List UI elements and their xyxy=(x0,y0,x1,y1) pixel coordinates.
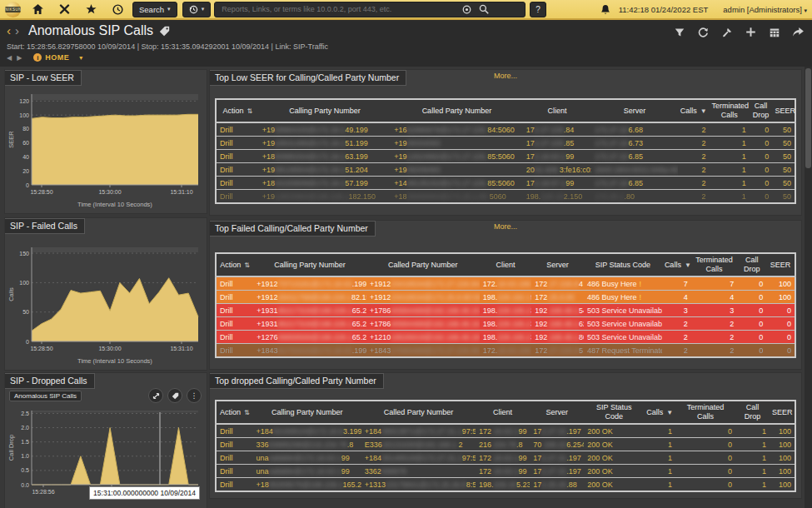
search-options-icon[interactable] xyxy=(462,5,471,14)
drill-link[interactable]: Drill xyxy=(220,346,233,355)
column-header-call-drop[interactable]: Call Drop xyxy=(750,99,773,122)
svg-text:120: 120 xyxy=(19,98,29,104)
drill-link[interactable]: Drill xyxy=(220,441,233,449)
cell-text: 3.199 xyxy=(343,427,361,436)
column-header-server[interactable]: Server xyxy=(531,253,584,276)
add-icon[interactable] xyxy=(745,27,756,37)
column-header-seer[interactable]: SEER xyxy=(766,253,795,276)
tag-icon[interactable] xyxy=(159,26,170,37)
forward-chevron[interactable]: › xyxy=(15,23,19,38)
svg-text:SEER: SEER xyxy=(7,131,15,148)
drill-link[interactable]: Drill xyxy=(220,166,233,174)
home-icon[interactable] xyxy=(27,2,47,16)
column-header-seer[interactable]: SEER xyxy=(770,401,795,424)
drill-link[interactable]: Drill xyxy=(220,333,233,341)
pin-icon[interactable] xyxy=(722,27,732,37)
column-header-calls[interactable]: Calls▼ xyxy=(678,99,710,122)
column-header-terminated-calls[interactable]: Terminated Calls xyxy=(675,401,735,424)
search-history-button[interactable]: ▾ xyxy=(182,2,212,17)
drill-link[interactable]: Drill xyxy=(220,320,233,328)
drill-link[interactable]: Drill xyxy=(220,179,233,187)
user-name: admin [Administrators] xyxy=(723,5,802,14)
calendar-icon[interactable] xyxy=(770,27,780,37)
drill-link[interactable]: Drill xyxy=(220,306,233,315)
drill-link[interactable]: Drill xyxy=(220,126,233,134)
column-header-client[interactable]: Client xyxy=(476,401,530,424)
clock-icon[interactable] xyxy=(107,2,127,16)
scrollbar[interactable] xyxy=(805,67,812,508)
column-header-sip-status-code[interactable]: SIP Status Code xyxy=(584,253,662,276)
column-header-call-drop[interactable]: Call Drop xyxy=(735,401,770,424)
drill-link[interactable]: Drill xyxy=(220,481,233,489)
drill-link[interactable]: Drill xyxy=(220,293,233,301)
redacted-text: 02169524@172.18.6 xyxy=(273,427,343,436)
column-header-action[interactable]: Action⇅ xyxy=(216,401,253,424)
dropped-calls-table: Action⇅Calling Party NumberCalled Party … xyxy=(215,400,796,492)
svg-text:1.0: 1.0 xyxy=(21,453,29,459)
column-header-server[interactable]: Server xyxy=(591,99,677,122)
redacted-text: 08206083 xyxy=(406,166,440,174)
drill-link[interactable]: Drill xyxy=(220,454,233,462)
filter-icon[interactable] xyxy=(675,27,685,37)
column-header-called-party-number[interactable]: Called Party Number xyxy=(361,401,476,424)
refresh-icon[interactable] xyxy=(698,27,709,37)
breadcrumb-home[interactable]: HOME xyxy=(45,53,69,62)
breadcrumb-back-icon[interactable]: ◀ xyxy=(7,54,12,62)
column-header-call-drop[interactable]: Call Drop xyxy=(737,253,766,276)
search-input[interactable] xyxy=(220,4,455,14)
column-header-seer[interactable]: SEER xyxy=(772,99,795,122)
column-header-calls[interactable]: Calls▼ xyxy=(644,401,675,424)
failed-calls-chart[interactable]: 05010015015:28:5015:30:0015:31:10Time (I… xyxy=(7,243,203,366)
drill-link[interactable]: Drill xyxy=(220,280,233,288)
tools-icon[interactable] xyxy=(54,2,74,16)
cell-text: +1931 xyxy=(257,306,277,315)
star-icon[interactable] xyxy=(81,2,101,16)
column-header-action[interactable]: Action⇅ xyxy=(216,99,259,122)
redacted-text: 48135152@172.27.226. xyxy=(406,179,487,187)
resize-icon[interactable] xyxy=(148,388,163,403)
redacted-text: 172.27.22 xyxy=(595,139,628,147)
share-icon[interactable] xyxy=(793,27,804,37)
panel-failed-calls-table: Top Failed Calling/Called Party Number A… xyxy=(210,221,801,369)
chevron-down-icon[interactable]: ▾ xyxy=(79,54,82,62)
low-seer-chart[interactable]: 02040608010012015:28:5015:30:0015:31:10T… xyxy=(7,90,203,210)
drill-link[interactable]: Drill xyxy=(220,467,233,476)
column-header-sip-status-code[interactable]: SIP Status Code xyxy=(584,401,644,424)
warning-mark: ! xyxy=(639,293,641,301)
search-menu-button[interactable]: Search ▾ xyxy=(132,2,177,17)
column-header-called-party-number[interactable]: Called Party Number xyxy=(391,99,522,122)
column-header-terminated-calls[interactable]: Terminated Calls xyxy=(691,253,738,276)
column-header-called-party-number[interactable]: Called Party Number xyxy=(366,253,480,276)
help-button[interactable]: ? xyxy=(530,2,546,17)
cell-text: .197 xyxy=(566,454,581,462)
column-header-action[interactable]: Action⇅ xyxy=(216,253,253,276)
cell-text: 182.150 xyxy=(349,192,376,201)
back-chevron[interactable]: ‹ xyxy=(7,23,11,38)
breadcrumb-forward-icon[interactable]: ▶ xyxy=(17,54,22,62)
redacted-text: 27565468@172.27.226.85: xyxy=(391,346,479,355)
scrollbar-thumb[interactable] xyxy=(805,68,811,168)
column-header-calling-party-number[interactable]: Calling Party Number xyxy=(253,253,366,276)
cell-text: +1313 xyxy=(365,481,386,489)
drill-link[interactable]: Drill xyxy=(220,139,233,147)
drill-link[interactable]: Drill xyxy=(220,192,233,201)
column-header-calling-party-number[interactable]: Calling Party Number xyxy=(259,99,391,122)
cell-text: 99 xyxy=(565,152,574,161)
column-header-calls[interactable]: Calls▼ xyxy=(662,253,691,276)
notifications-bell-icon[interactable] xyxy=(600,4,610,15)
user-menu[interactable]: admin [Administrators] ▾ xyxy=(723,5,807,14)
cell-text: +14 xyxy=(394,179,406,187)
search-icon[interactable] xyxy=(479,4,489,14)
cell-text: .88 xyxy=(566,481,577,489)
drill-link[interactable]: Drill xyxy=(220,427,233,436)
redacted-text: 09334093 xyxy=(406,139,440,147)
drill-link[interactable]: Drill xyxy=(220,152,233,161)
column-header-client[interactable]: Client xyxy=(480,253,532,276)
column-header-client[interactable]: Client xyxy=(523,99,592,122)
kebab-menu-icon[interactable]: ⋮ xyxy=(187,388,202,403)
column-header-calling-party-number[interactable]: Calling Party Number xyxy=(253,401,361,424)
column-header-server[interactable]: Server xyxy=(530,401,584,424)
column-header-terminated-calls[interactable]: Terminated Calls xyxy=(710,99,750,122)
tag-icon[interactable] xyxy=(167,388,182,403)
niksun-logo[interactable]: NIKSUN xyxy=(5,2,21,17)
